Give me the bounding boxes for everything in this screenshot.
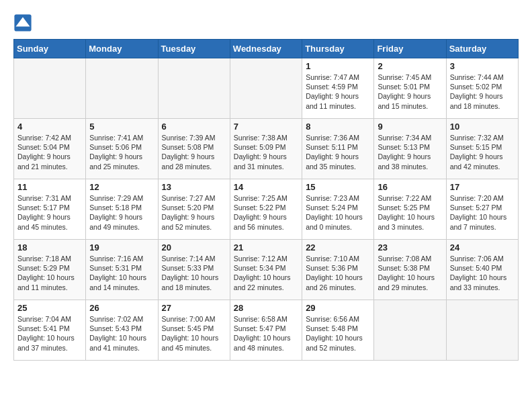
day-info: Sunrise: 6:58 AM Sunset: 5:47 PM Dayligh… <box>234 314 298 353</box>
day-info: Sunrise: 7:10 AM Sunset: 5:36 PM Dayligh… <box>306 254 370 292</box>
day-info: Sunrise: 7:29 AM Sunset: 5:18 PM Dayligh… <box>89 193 154 232</box>
day-info: Sunrise: 7:32 AM Sunset: 5:15 PM Dayligh… <box>450 133 515 171</box>
weekday-header-tuesday: Tuesday <box>158 40 230 58</box>
calendar-cell: 22Sunrise: 7:10 AM Sunset: 5:36 PM Dayli… <box>302 240 374 300</box>
calendar-cell <box>86 58 158 119</box>
day-number: 2 <box>378 61 442 71</box>
calendar-cell: 4Sunrise: 7:42 AM Sunset: 5:04 PM Daylig… <box>14 119 86 179</box>
calendar-cell: 28Sunrise: 6:58 AM Sunset: 5:47 PM Dayli… <box>230 300 302 361</box>
day-info: Sunrise: 7:47 AM Sunset: 4:59 PM Dayligh… <box>306 73 370 111</box>
day-number: 8 <box>306 122 370 132</box>
weekday-header-saturday: Saturday <box>446 40 518 58</box>
day-info: Sunrise: 7:04 AM Sunset: 5:41 PM Dayligh… <box>17 314 82 353</box>
calendar-cell <box>14 58 86 119</box>
day-info: Sunrise: 7:25 AM Sunset: 5:22 PM Dayligh… <box>234 193 298 232</box>
page-header <box>13 13 519 32</box>
day-info: Sunrise: 7:20 AM Sunset: 5:27 PM Dayligh… <box>450 193 515 232</box>
day-info: Sunrise: 7:44 AM Sunset: 5:02 PM Dayligh… <box>450 73 515 111</box>
weekday-header-thursday: Thursday <box>302 40 374 58</box>
logo-icon <box>13 13 32 32</box>
day-info: Sunrise: 7:08 AM Sunset: 5:38 PM Dayligh… <box>378 254 442 292</box>
calendar-cell: 21Sunrise: 7:12 AM Sunset: 5:34 PM Dayli… <box>230 240 302 300</box>
day-number: 27 <box>162 303 226 313</box>
day-number: 23 <box>378 242 442 253</box>
calendar-cell: 3Sunrise: 7:44 AM Sunset: 5:02 PM Daylig… <box>446 58 518 119</box>
weekday-header-sunday: Sunday <box>14 40 86 58</box>
day-info: Sunrise: 7:45 AM Sunset: 5:01 PM Dayligh… <box>378 73 442 111</box>
calendar-cell: 19Sunrise: 7:16 AM Sunset: 5:31 PM Dayli… <box>86 240 158 300</box>
day-number: 9 <box>378 122 442 132</box>
day-info: Sunrise: 7:39 AM Sunset: 5:08 PM Dayligh… <box>162 133 226 171</box>
calendar-cell: 24Sunrise: 7:06 AM Sunset: 5:40 PM Dayli… <box>446 240 518 300</box>
day-info: Sunrise: 7:36 AM Sunset: 5:11 PM Dayligh… <box>306 133 370 171</box>
calendar-cell: 5Sunrise: 7:41 AM Sunset: 5:06 PM Daylig… <box>86 119 158 179</box>
day-number: 16 <box>378 182 442 192</box>
calendar-cell: 20Sunrise: 7:14 AM Sunset: 5:33 PM Dayli… <box>158 240 230 300</box>
day-info: Sunrise: 7:27 AM Sunset: 5:20 PM Dayligh… <box>162 193 226 232</box>
day-info: Sunrise: 7:23 AM Sunset: 5:24 PM Dayligh… <box>306 193 370 232</box>
day-number: 25 <box>17 303 82 313</box>
calendar-cell: 18Sunrise: 7:18 AM Sunset: 5:29 PM Dayli… <box>14 240 86 300</box>
weekday-header-friday: Friday <box>374 40 446 58</box>
day-number: 10 <box>450 122 515 132</box>
calendar-cell: 27Sunrise: 7:00 AM Sunset: 5:45 PM Dayli… <box>158 300 230 361</box>
day-number: 15 <box>306 182 370 192</box>
calendar-week-row: 18Sunrise: 7:18 AM Sunset: 5:29 PM Dayli… <box>14 240 519 300</box>
day-info: Sunrise: 7:31 AM Sunset: 5:17 PM Dayligh… <box>17 193 82 232</box>
calendar-cell <box>446 300 518 361</box>
calendar-cell: 7Sunrise: 7:38 AM Sunset: 5:09 PM Daylig… <box>230 119 302 179</box>
calendar-cell: 12Sunrise: 7:29 AM Sunset: 5:18 PM Dayli… <box>86 179 158 240</box>
day-info: Sunrise: 7:42 AM Sunset: 5:04 PM Dayligh… <box>17 133 82 171</box>
calendar-cell: 17Sunrise: 7:20 AM Sunset: 5:27 PM Dayli… <box>446 179 518 240</box>
day-info: Sunrise: 7:18 AM Sunset: 5:29 PM Dayligh… <box>17 254 82 292</box>
day-number: 4 <box>17 122 82 132</box>
day-number: 14 <box>234 182 298 192</box>
day-number: 19 <box>89 242 154 253</box>
day-number: 29 <box>306 303 370 313</box>
calendar-week-row: 11Sunrise: 7:31 AM Sunset: 5:17 PM Dayli… <box>14 179 519 240</box>
day-number: 21 <box>234 242 298 253</box>
calendar-cell: 15Sunrise: 7:23 AM Sunset: 5:24 PM Dayli… <box>302 179 374 240</box>
calendar-cell <box>374 300 446 361</box>
day-info: Sunrise: 7:34 AM Sunset: 5:13 PM Dayligh… <box>378 133 442 171</box>
calendar-cell: 23Sunrise: 7:08 AM Sunset: 5:38 PM Dayli… <box>374 240 446 300</box>
day-number: 28 <box>234 303 298 313</box>
day-info: Sunrise: 7:22 AM Sunset: 5:25 PM Dayligh… <box>378 193 442 232</box>
calendar-cell: 9Sunrise: 7:34 AM Sunset: 5:13 PM Daylig… <box>374 119 446 179</box>
calendar-cell: 13Sunrise: 7:27 AM Sunset: 5:20 PM Dayli… <box>158 179 230 240</box>
weekday-header-monday: Monday <box>86 40 158 58</box>
day-info: Sunrise: 7:02 AM Sunset: 5:43 PM Dayligh… <box>89 314 154 353</box>
logo <box>13 13 35 32</box>
day-info: Sunrise: 7:41 AM Sunset: 5:06 PM Dayligh… <box>89 133 154 171</box>
weekday-header-wednesday: Wednesday <box>230 40 302 58</box>
calendar-cell: 11Sunrise: 7:31 AM Sunset: 5:17 PM Dayli… <box>14 179 86 240</box>
weekday-header-row: SundayMondayTuesdayWednesdayThursdayFrid… <box>14 40 519 58</box>
day-number: 22 <box>306 242 370 253</box>
day-number: 11 <box>17 182 82 192</box>
day-info: Sunrise: 7:16 AM Sunset: 5:31 PM Dayligh… <box>89 254 154 292</box>
calendar-cell: 2Sunrise: 7:45 AM Sunset: 5:01 PM Daylig… <box>374 58 446 119</box>
calendar-cell: 25Sunrise: 7:04 AM Sunset: 5:41 PM Dayli… <box>14 300 86 361</box>
calendar-cell: 26Sunrise: 7:02 AM Sunset: 5:43 PM Dayli… <box>86 300 158 361</box>
day-number: 13 <box>162 182 226 192</box>
calendar-cell: 6Sunrise: 7:39 AM Sunset: 5:08 PM Daylig… <box>158 119 230 179</box>
calendar-cell: 1Sunrise: 7:47 AM Sunset: 4:59 PM Daylig… <box>302 58 374 119</box>
day-number: 1 <box>306 61 370 71</box>
calendar-week-row: 1Sunrise: 7:47 AM Sunset: 4:59 PM Daylig… <box>14 58 519 119</box>
day-number: 3 <box>450 61 515 71</box>
day-number: 7 <box>234 122 298 132</box>
calendar-cell: 14Sunrise: 7:25 AM Sunset: 5:22 PM Dayli… <box>230 179 302 240</box>
day-number: 5 <box>89 122 154 132</box>
day-number: 6 <box>162 122 226 132</box>
day-number: 12 <box>89 182 154 192</box>
day-info: Sunrise: 7:12 AM Sunset: 5:34 PM Dayligh… <box>234 254 298 292</box>
day-number: 26 <box>89 303 154 313</box>
day-number: 17 <box>450 182 515 192</box>
day-number: 20 <box>162 242 226 253</box>
calendar-cell: 10Sunrise: 7:32 AM Sunset: 5:15 PM Dayli… <box>446 119 518 179</box>
day-number: 18 <box>17 242 82 253</box>
day-info: Sunrise: 7:38 AM Sunset: 5:09 PM Dayligh… <box>234 133 298 171</box>
calendar-table: SundayMondayTuesdayWednesdayThursdayFrid… <box>13 39 519 361</box>
calendar-cell: 16Sunrise: 7:22 AM Sunset: 5:25 PM Dayli… <box>374 179 446 240</box>
day-number: 24 <box>450 242 515 253</box>
